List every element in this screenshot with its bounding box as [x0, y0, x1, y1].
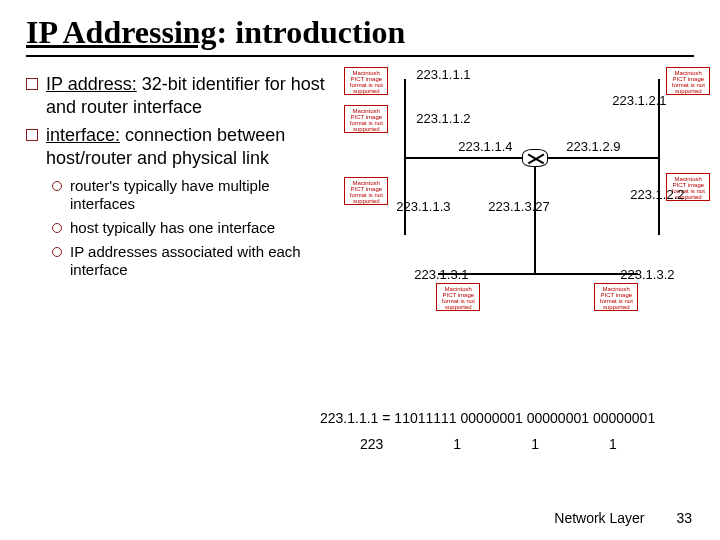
slide-footer: Network Layer 33	[554, 510, 692, 526]
broken-image-icon: Macintosh PICT image format is not suppo…	[344, 177, 388, 205]
ip-label: 223.1.2.2	[630, 187, 684, 202]
slide: IP Addressing: introduction IP address: …	[0, 0, 720, 540]
body: IP address: 32-bit identifier for host a…	[26, 73, 694, 373]
net-line	[534, 163, 536, 273]
octet-labels: 223 1 1 1	[360, 436, 706, 452]
square-bullet-icon	[26, 78, 38, 90]
net-line	[404, 157, 534, 159]
page-title: IP Addressing: introduction	[26, 14, 694, 51]
ip-label: 223.1.1.2	[416, 111, 470, 126]
broken-image-icon: Macintosh PICT image format is not suppo…	[594, 283, 638, 311]
title-rest: : introduction	[217, 14, 406, 50]
bullet-list: IP address: 32-bit identifier for host a…	[26, 73, 332, 169]
ip-label: 223.1.2.1	[612, 93, 666, 108]
net-line	[548, 157, 658, 159]
router-icon	[522, 149, 548, 167]
page-number: 33	[676, 510, 692, 526]
binary-equation-block: 223.1.1.1 = 11011111 00000001 00000001 0…	[320, 410, 706, 452]
subbullet-item: router's typically have multiple interfa…	[52, 177, 332, 213]
ip-label: 223.1.1.4	[458, 139, 512, 154]
subbullet-item: IP addresses associated with each interf…	[52, 243, 332, 279]
broken-image-icon: Macintosh PICT image format is not suppo…	[666, 67, 710, 95]
square-bullet-icon	[26, 129, 38, 141]
subbullet-list: router's typically have multiple interfa…	[52, 177, 332, 279]
ip-label: 223.1.3.1	[414, 267, 468, 282]
subbullet-text: host typically has one interface	[70, 219, 332, 237]
ip-label: 223.1.1.3	[396, 199, 450, 214]
octet-value: 1	[531, 436, 539, 452]
bullet-text: IP address: 32-bit identifier for host a…	[46, 73, 332, 118]
network-diagram: Macintosh PICT image format is not suppo…	[338, 73, 694, 373]
broken-image-icon: Macintosh PICT image format is not suppo…	[344, 67, 388, 95]
circle-bullet-icon	[52, 247, 62, 257]
title-divider	[26, 55, 694, 57]
circle-bullet-icon	[52, 223, 62, 233]
bullet-item: interface: connection between host/route…	[26, 124, 332, 169]
broken-image-icon: Macintosh PICT image format is not suppo…	[344, 105, 388, 133]
subbullet-text: IP addresses associated with each interf…	[70, 243, 332, 279]
ip-label: 223.1.1.1	[416, 67, 470, 82]
broken-image-icon: Macintosh PICT image format is not suppo…	[436, 283, 480, 311]
bullet-term: IP address:	[46, 74, 137, 94]
footer-label: Network Layer	[554, 510, 644, 526]
left-column: IP address: 32-bit identifier for host a…	[26, 73, 332, 373]
bullet-term: interface:	[46, 125, 120, 145]
circle-bullet-icon	[52, 181, 62, 191]
ip-label: 223.1.2.9	[566, 139, 620, 154]
binary-equation: 223.1.1.1 = 11011111 00000001 00000001 0…	[320, 410, 706, 426]
ip-label: 223.1.3.2	[620, 267, 674, 282]
title-underlined: IP Addressing	[26, 14, 217, 50]
subbullet-text: router's typically have multiple interfa…	[70, 177, 332, 213]
octet-value: 1	[453, 436, 461, 452]
octet-value: 223	[360, 436, 383, 452]
bullet-text: interface: connection between host/route…	[46, 124, 332, 169]
octet-value: 1	[609, 436, 617, 452]
bullet-item: IP address: 32-bit identifier for host a…	[26, 73, 332, 118]
ip-label: 223.1.3.27	[488, 199, 549, 214]
subbullet-item: host typically has one interface	[52, 219, 332, 237]
